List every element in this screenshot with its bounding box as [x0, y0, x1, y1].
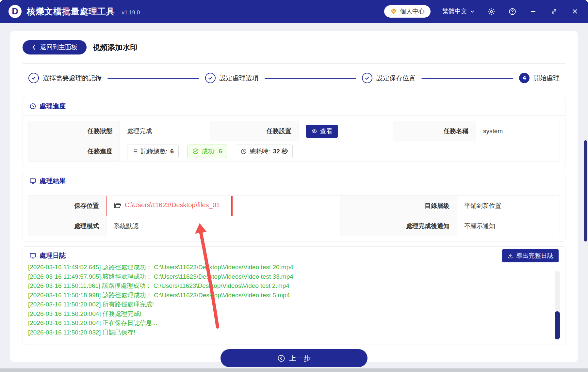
log-line: [2026-03-16 11:49:57.905] 該路徑處理成功： C:\Us…	[28, 272, 552, 282]
page-header: 返回到主面板 視頻添加水印	[23, 31, 565, 64]
step-3-check-icon	[362, 73, 372, 83]
task-settings-cell: 查看	[299, 121, 393, 141]
log-line: [2026-03-16 11:50:20.004] 任務處理完成!	[28, 309, 552, 319]
result-table: 保存位置 C:\Users\11623\Desktop\files_01 目錄層…	[28, 195, 560, 236]
task-name-label: 任務名稱	[393, 121, 476, 141]
log-viewport[interactable]: [2026-03-16 11:49:52.645] 該路徑處理成功： C:\Us…	[23, 265, 565, 345]
table-row: 處理模式 系統默認 處理完成後通知 不顯示通知	[28, 216, 560, 236]
log-line: [2026-03-16 11:50:20.004] 正在保存日誌信息...	[28, 318, 552, 328]
export-log-button[interactable]: 導出完整日誌	[502, 249, 559, 262]
step-2-label: 設定處理選項	[220, 74, 259, 83]
dir-level-value: 平鋪到新位置	[457, 196, 560, 216]
log-section: 處理日誌 導出完整日誌 [2026-03-16 11:49:52.645] 該路…	[23, 246, 565, 345]
table-row: 任務進度 記錄總數: 6	[28, 141, 560, 162]
step-connector	[421, 78, 513, 79]
user-center-label: 個人中心	[400, 7, 425, 16]
step-2-check-icon	[205, 73, 216, 83]
view-icon	[311, 128, 317, 134]
step-4-number: 4	[519, 73, 530, 83]
step-1: 選擇需要處理的記錄	[28, 73, 102, 83]
progress-section: 處理進度 任務狀態 處理完成 任務設置 查看	[23, 97, 565, 167]
log-section-header: 處理日誌 導出完整日誌	[23, 247, 565, 265]
window-bottom-edge	[0, 368, 588, 372]
step-1-label: 選擇需要處理的記錄	[43, 74, 102, 83]
language-dropdown[interactable]: 繁體中文	[442, 7, 475, 16]
progress-section-header: 處理進度	[23, 97, 565, 116]
app-logo: D	[8, 5, 22, 18]
list-icon	[132, 148, 138, 154]
total-records-badge: 記錄總數: 6	[127, 145, 179, 158]
download-icon	[507, 253, 513, 259]
window-scrollbar-track[interactable]	[584, 27, 587, 367]
task-name-value: system	[476, 121, 560, 141]
check-circle-icon	[192, 148, 199, 154]
previous-step-button[interactable]: 上一步	[220, 349, 368, 367]
result-section-title: 處理結果	[40, 177, 66, 185]
help-icon[interactable]	[508, 7, 517, 16]
step-connector	[265, 78, 356, 79]
maximize-button[interactable]	[549, 7, 559, 16]
back-to-dashboard-button[interactable]: 返回到主面板	[23, 40, 87, 54]
step-4: 4 開始處理	[519, 73, 560, 83]
step-indicator: 選擇需要處理的記錄 設定處理選項 設定保存位置 4 開始處理	[23, 64, 565, 92]
main-card: 返回到主面板 視頻添加水印 選擇需要處理的記錄 設定處理選項	[10, 31, 578, 362]
success-badge: 成功: 6	[188, 145, 227, 158]
step-connector	[107, 78, 199, 79]
log-line: [2026-03-16 11:50:11.961] 該路徑處理成功： C:\Us…	[28, 281, 552, 291]
view-button-label: 查看	[320, 127, 333, 135]
monitor-icon	[29, 178, 36, 184]
folder-icon	[114, 202, 122, 209]
total-records-value: 6	[170, 148, 174, 155]
view-task-settings-button[interactable]: 查看	[306, 125, 338, 138]
success-label: 成功:	[202, 147, 216, 156]
step-1-check-icon	[28, 73, 39, 83]
close-button[interactable]	[570, 7, 580, 16]
process-mode-value: 系統默認	[106, 216, 340, 236]
total-records-label: 記錄總數:	[141, 147, 167, 156]
chevron-down-icon	[470, 9, 475, 14]
monitor-icon	[29, 252, 36, 259]
step-2: 設定處理選項	[205, 73, 259, 83]
log-section-title: 處理日誌	[40, 251, 66, 260]
success-value: 6	[219, 148, 222, 155]
table-row: 保存位置 C:\Users\11623\Desktop\files_01 目錄層…	[28, 196, 560, 216]
app-version: - v1.19.0	[118, 9, 140, 16]
process-mode-label: 處理模式	[28, 216, 106, 236]
task-status-label: 任務狀態	[28, 121, 120, 141]
back-button-label: 返回到主面板	[40, 43, 77, 52]
save-location-label: 保存位置	[28, 196, 106, 216]
user-center-button[interactable]: 個人中心	[384, 5, 431, 18]
log-line: [2026-03-16 11:49:52.645] 該路徑處理成功： C:\Us…	[28, 265, 552, 272]
app-logo-letter: D	[12, 7, 18, 17]
dir-level-label: 目錄層級	[340, 196, 457, 216]
save-location-path: C:\Users\11623\Desktop\files_01	[125, 201, 220, 209]
step-3-label: 設定保存位置	[376, 74, 416, 83]
log-scrollbar-track[interactable]	[555, 271, 560, 340]
elapsed-time-label: 總耗時:	[250, 147, 270, 156]
elapsed-time-badge: 總耗時: 32 秒	[236, 145, 293, 158]
clock-small-icon	[241, 148, 247, 154]
task-progress-label: 任務進度	[28, 141, 120, 162]
notify-value: 不顯示通知	[457, 216, 560, 236]
table-row: 任務狀態 處理完成 任務設置 查看 任務名稱 syst	[28, 121, 560, 141]
log-line: [2026-03-16 11:50:20.002] 所有路徑處理完成!	[28, 300, 552, 309]
language-label: 繁體中文	[442, 7, 467, 16]
elapsed-time-value: 32 秒	[273, 147, 288, 156]
log-line: [2026-03-16 11:50:20.032] 日誌已保存!	[28, 328, 552, 337]
window-scrollbar-thumb[interactable]	[584, 140, 587, 241]
log-scrollbar-thumb[interactable]	[555, 311, 560, 339]
vip-gem-icon	[390, 8, 397, 15]
app-title: 核爍文檔批量處理工具	[27, 6, 115, 17]
task-progress-cell: 記錄總數: 6 成功: 6	[120, 141, 560, 162]
title-bar: D 核爍文檔批量處理工具 - v1.19.0 個人中心 繁體中文	[0, 0, 588, 23]
step-3: 設定保存位置	[362, 73, 416, 83]
result-section: 處理結果 保存位置 C:\Users\11623\Desktop\files_0…	[23, 172, 565, 242]
task-settings-label: 任務設置	[210, 121, 299, 141]
save-location-link[interactable]: C:\Users\11623\Desktop\files_01	[114, 201, 220, 209]
result-section-header: 處理結果	[23, 172, 565, 190]
clock-icon	[29, 103, 36, 110]
minimize-button[interactable]	[529, 7, 538, 16]
task-status-value: 處理完成	[120, 121, 210, 141]
settings-gear-icon[interactable]	[487, 7, 496, 16]
step-4-label: 開始處理	[533, 74, 560, 83]
